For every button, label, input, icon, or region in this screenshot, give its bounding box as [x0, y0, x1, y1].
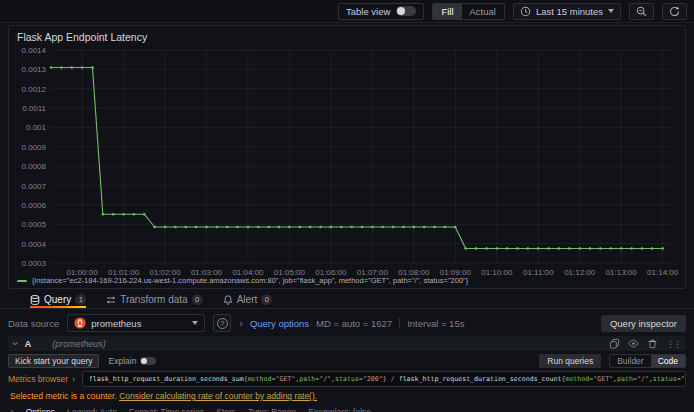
- explain-switch[interactable]: [140, 357, 156, 365]
- latency-chart[interactable]: 01:00:0001:01:0001:02:0001:03:0001:04:00…: [11, 46, 683, 278]
- query-options-summary-row[interactable]: › Options Legend: AutoFormat: Time serie…: [8, 406, 686, 412]
- chevron-down-icon: [192, 321, 198, 325]
- svg-text:0.0012: 0.0012: [22, 85, 47, 94]
- table-view-label: Table view: [346, 6, 390, 17]
- tab-alert[interactable]: Alert 0: [223, 291, 273, 308]
- svg-text:0.0003: 0.0003: [22, 259, 47, 268]
- table-view-switch[interactable]: [396, 6, 416, 16]
- builder-button[interactable]: Builder: [610, 355, 650, 367]
- explain-label: Explain: [108, 356, 136, 366]
- prometheus-icon: [74, 317, 86, 329]
- clock-icon: [520, 6, 531, 17]
- options-label: Options: [26, 407, 55, 412]
- switch-knob: [397, 7, 405, 15]
- remove-trash-icon[interactable]: [647, 338, 658, 349]
- option-summary-item: Step:: [216, 407, 236, 412]
- code-button[interactable]: Code: [651, 355, 685, 367]
- promql-query-input[interactable]: flask_http_request_duration_seconds_sum{…: [82, 371, 686, 387]
- chart-legend[interactable]: {instance="ec2-184-169-216-224.us-west-1…: [17, 276, 468, 285]
- zoom-out-button[interactable]: [629, 3, 654, 20]
- question-icon: ?: [217, 318, 228, 329]
- series-label: {instance="ec2-184-169-216-224.us-west-1…: [32, 276, 468, 285]
- svg-text:0.0011: 0.0011: [22, 104, 46, 113]
- query-count-badge: 1: [75, 294, 86, 305]
- time-range-label: Last 15 minutes: [536, 6, 603, 17]
- svg-text:0.0004: 0.0004: [22, 240, 47, 249]
- tab-query[interactable]: Query 1: [30, 291, 86, 308]
- chevron-down-icon: [608, 9, 614, 13]
- query-editor-section: › A (prometheus) ⋮⋮ Kick start your quer…: [8, 336, 686, 412]
- drag-handle[interactable]: ⋮⋮: [666, 339, 680, 349]
- fill-actual-group: Fill Actual: [432, 3, 505, 20]
- refresh-button[interactable]: [662, 3, 687, 20]
- svg-text:0.0014: 0.0014: [22, 46, 47, 55]
- run-queries-button[interactable]: Run queries: [539, 354, 601, 368]
- svg-text:01:13:00: 01:13:00: [606, 268, 638, 277]
- svg-text:0.0008: 0.0008: [22, 162, 47, 171]
- warning-text: Selected metric is a counter.: [10, 391, 117, 401]
- tab-transform-data[interactable]: Transform data 0: [106, 291, 202, 308]
- data-source-value: prometheus: [91, 318, 141, 329]
- query-options-label: Query options: [250, 318, 309, 329]
- data-source-label: Data source: [8, 318, 59, 329]
- svg-text:01:10:00: 01:10:00: [481, 268, 513, 277]
- database-icon: [30, 295, 40, 305]
- query-run-controls: Run queries Builder Code: [539, 354, 686, 368]
- query-actions-row: Kick start your query Explain Run querie…: [8, 354, 686, 367]
- editor-tabs: Query 1 Transform data 0 Alert 0: [0, 291, 694, 309]
- hide-response-eye-icon[interactable]: [628, 338, 639, 349]
- option-summary-item: Exemplars: false: [308, 407, 371, 412]
- query-code-row: Metrics browser › flask_http_request_dur…: [8, 371, 686, 387]
- transform-icon: [106, 295, 116, 305]
- timeseries-panel: Flask App Endpoint Latency 01:00:0001:01…: [8, 25, 686, 289]
- panel-title[interactable]: Flask App Endpoint Latency: [17, 31, 147, 43]
- query-datasource-hint: (prometheus): [52, 339, 106, 349]
- time-range-picker[interactable]: Last 15 minutes: [513, 3, 621, 20]
- actual-button[interactable]: Actual: [462, 4, 504, 19]
- builder-code-toggle: Builder Code: [609, 354, 686, 368]
- metrics-browser-label: Metrics browser: [8, 374, 68, 384]
- refresh-icon: [669, 6, 680, 17]
- zoom-out-icon: [636, 6, 647, 17]
- options-items: Legend: AutoFormat: Time seriesStep:Type…: [67, 407, 371, 412]
- option-summary-item: Legend: Auto: [67, 407, 117, 412]
- editor-toolbar: Table view Fill Actual Last 15 minutes: [0, 0, 694, 23]
- query-row-actions: ⋮⋮: [609, 338, 680, 349]
- bell-icon: [223, 295, 233, 305]
- data-source-help-button[interactable]: ?: [213, 314, 231, 332]
- duplicate-icon[interactable]: [609, 338, 620, 349]
- max-data-points: MD = auto = 1627: [316, 318, 392, 329]
- query-toolbar: Data source prometheus ? › Query options…: [0, 312, 694, 334]
- switch-knob: [141, 358, 147, 364]
- query-inspector-button[interactable]: Query inspector: [601, 315, 686, 332]
- metrics-browser-toggle[interactable]: Metrics browser ›: [8, 374, 75, 384]
- svg-text:01:12:00: 01:12:00: [564, 268, 596, 277]
- transform-count-badge: 0: [192, 294, 203, 305]
- fill-button[interactable]: Fill: [433, 4, 461, 19]
- chevron-right-icon: ›: [10, 406, 14, 412]
- option-summary-item: Format: Time series: [129, 407, 204, 412]
- svg-text:0.0007: 0.0007: [22, 182, 47, 191]
- svg-text:0.001: 0.001: [26, 123, 47, 132]
- svg-text:0.0013: 0.0013: [22, 65, 47, 74]
- svg-text:0.0009: 0.0009: [22, 143, 47, 152]
- tab-alert-label: Alert: [237, 294, 258, 305]
- query-row-header[interactable]: › A (prometheus) ⋮⋮: [8, 336, 686, 351]
- grafana-panel-editor: Table view Fill Actual Last 15 minutes F…: [0, 0, 694, 412]
- table-view-control: Table view: [338, 3, 424, 20]
- series-color-marker: [17, 280, 27, 282]
- svg-text:01:11:00: 01:11:00: [523, 268, 554, 277]
- data-source-picker[interactable]: prometheus: [67, 314, 205, 332]
- divider: [399, 318, 400, 329]
- tab-transform-label: Transform data: [120, 294, 187, 305]
- option-summary-item: Type: Range: [248, 407, 296, 412]
- interval-value: Interval = 15s: [407, 318, 464, 329]
- chevron-right-icon: ›: [72, 374, 75, 384]
- tab-query-label: Query: [44, 294, 71, 305]
- svg-text:01:14:00: 01:14:00: [647, 268, 679, 277]
- warning-hint-link[interactable]: Consider calculating rate of counter by …: [119, 391, 317, 401]
- collapse-chevron-icon[interactable]: ›: [10, 342, 21, 346]
- query-options[interactable]: › Query options MD = auto = 1627 Interva…: [239, 318, 464, 329]
- explain-control: Explain: [108, 356, 156, 366]
- kick-start-query-button[interactable]: Kick start your query: [8, 354, 99, 368]
